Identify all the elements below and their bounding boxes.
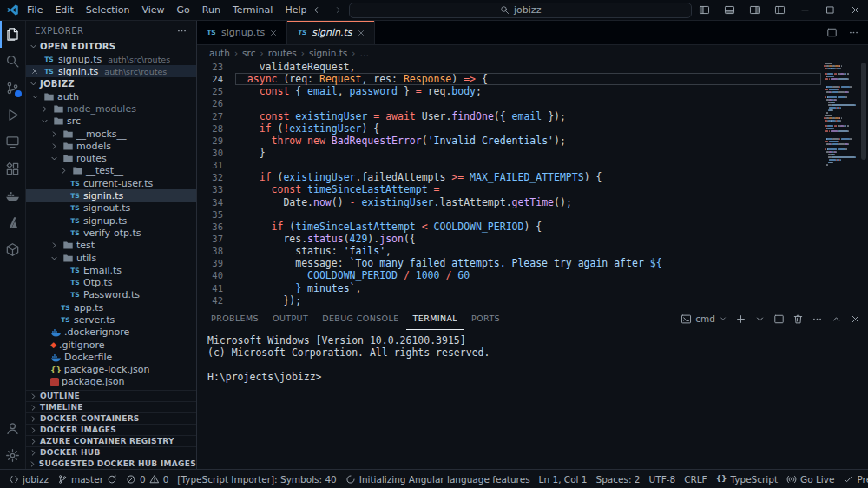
tree-item-package-json[interactable]: package.json xyxy=(26,376,196,388)
layout-sidebar-toggle-icon[interactable] xyxy=(692,0,717,20)
line-number[interactable]: 35 xyxy=(197,208,223,221)
terminal-shell-select[interactable]: cmd xyxy=(681,313,727,325)
line-number[interactable]: 33 xyxy=(197,183,223,195)
line-number[interactable]: 38 xyxy=(197,245,223,257)
breadcrumb-item-symbol[interactable]: … xyxy=(359,48,369,58)
split-editor-icon[interactable] xyxy=(826,27,838,38)
split-terminal-icon[interactable] xyxy=(773,313,785,325)
menu-selection[interactable]: Selection xyxy=(80,3,136,17)
activity-search-icon[interactable] xyxy=(0,48,25,75)
section-timeline[interactable]: TIMELINE xyxy=(26,401,196,412)
tree-item-test[interactable]: __test__ xyxy=(26,165,196,177)
tree-item-mocks[interactable]: __mocks__ xyxy=(26,128,196,140)
window-maximize-button[interactable] xyxy=(818,0,843,20)
activity-docker-icon[interactable] xyxy=(0,182,25,209)
status-go-live[interactable]: Go Live xyxy=(782,470,838,488)
line-number[interactable]: 26 xyxy=(197,97,223,109)
panel-tab-terminal[interactable]: TERMINAL xyxy=(406,307,465,330)
line-number[interactable]: 25 xyxy=(197,85,223,97)
activity-remote-explorer-icon[interactable] xyxy=(0,129,25,155)
line-number[interactable]: 41 xyxy=(197,282,223,294)
nav-back-icon[interactable] xyxy=(312,4,324,16)
project-header[interactable]: JOBIZZ xyxy=(26,77,196,90)
line-number[interactable]: 28 xyxy=(197,122,223,135)
section-docker-images[interactable]: DOCKER IMAGES xyxy=(26,424,196,435)
status-angular-init[interactable]: Initializing Angular language features xyxy=(341,470,535,488)
line-number[interactable]: 39 xyxy=(197,257,223,269)
tree-item-src[interactable]: src xyxy=(26,115,196,128)
layout-sidebar-right-toggle-icon[interactable] xyxy=(742,0,767,20)
editor-more-actions-icon[interactable] xyxy=(848,27,859,38)
menu-file[interactable]: File xyxy=(21,3,49,17)
line-number[interactable]: 24 xyxy=(197,73,223,85)
status-indentation[interactable]: Spaces: 2 xyxy=(592,470,645,488)
tab-signin-ts[interactable]: TSsignin.ts xyxy=(287,21,374,44)
menu-go[interactable]: Go xyxy=(171,3,196,17)
status-typescript-importer[interactable]: [TypeScript Importer]: Symbols: 40 xyxy=(173,470,340,488)
command-center-search[interactable]: jobizz xyxy=(349,3,692,18)
tree-item-utils[interactable]: utils xyxy=(26,252,196,264)
tree-item-package-lock-json[interactable]: {}package-lock.json xyxy=(26,364,196,376)
minimap[interactable] xyxy=(823,63,859,307)
tree-item-gitignore[interactable]: ◆.gitignore xyxy=(26,339,196,351)
code-line-39[interactable]: 39 message: `Too many failed attempts. P… xyxy=(197,257,821,269)
close-tab-icon[interactable] xyxy=(269,29,278,37)
menu-help[interactable]: Help xyxy=(279,3,312,17)
activity-explorer-icon[interactable] xyxy=(0,21,25,48)
line-number[interactable]: 27 xyxy=(197,110,223,122)
line-number[interactable]: 42 xyxy=(197,294,223,307)
panel-tab-ports[interactable]: PORTS xyxy=(464,307,507,330)
activity-run-and-debug-icon[interactable] xyxy=(0,102,25,129)
code-line-34[interactable]: 34 Date.now() - existingUser.lastAttempt… xyxy=(197,196,821,208)
status-eol[interactable]: CRLF xyxy=(680,470,712,488)
close-editor-icon[interactable] xyxy=(30,67,40,76)
status-git-branch[interactable]: master xyxy=(53,470,122,488)
code-line-33[interactable]: 33 const timeSinceLastAttempt = xyxy=(197,183,821,195)
scrollbar-thumb[interactable] xyxy=(861,63,866,160)
code-line-24[interactable]: 24 async (req: Request, res: Response) =… xyxy=(197,73,821,85)
menu-view[interactable]: View xyxy=(135,3,170,17)
code-line-28[interactable]: 28 if (!existingUser) { xyxy=(197,122,821,135)
menu-edit[interactable]: Edit xyxy=(49,3,79,17)
tree-item-models[interactable]: models xyxy=(26,140,196,152)
code-line-38[interactable]: 38 status: 'fails', xyxy=(197,245,821,257)
line-number[interactable]: 30 xyxy=(197,147,223,159)
code-line-29[interactable]: 29 throw new BadRequestError('Invalid Cr… xyxy=(197,135,821,147)
line-number[interactable]: 23 xyxy=(197,61,223,73)
code-line-27[interactable]: 27 const existingUser = await User.findO… xyxy=(197,110,821,122)
code-line-41[interactable]: 41 } minutes`, xyxy=(197,282,821,294)
section-azure-container-registry[interactable]: AZURE CONTAINER REGISTRY xyxy=(26,435,196,446)
code-line-26[interactable]: 26 xyxy=(197,97,821,109)
breadcrumb-item-auth[interactable]: auth xyxy=(209,48,230,58)
close-panel-icon[interactable] xyxy=(850,313,861,325)
layout-custom-toggle-icon[interactable] xyxy=(767,0,792,20)
layout-panel-toggle-icon[interactable] xyxy=(717,0,742,20)
activity-source-control-icon[interactable] xyxy=(0,75,25,102)
line-number[interactable]: 40 xyxy=(197,269,223,281)
tree-item-password-ts[interactable]: TSPassword.ts xyxy=(26,289,196,301)
tree-item-node-modules[interactable]: node_modules xyxy=(26,102,196,115)
status-remote[interactable]: jobizz xyxy=(4,470,53,488)
tree-item-signout-ts[interactable]: TSsignout.ts xyxy=(26,202,196,214)
code-line-32[interactable]: 32 if (existingUser.failedAttempts >= MA… xyxy=(197,171,821,183)
code-line-23[interactable]: 23 validateRequest, xyxy=(197,61,821,73)
status-problems[interactable]: 00 xyxy=(122,470,173,488)
menu-terminal[interactable]: Terminal xyxy=(227,3,279,17)
tree-item-test[interactable]: test xyxy=(26,240,196,252)
section-docker-hub[interactable]: DOCKER HUB xyxy=(26,446,196,458)
terminal-output[interactable]: Microsoft Windows [Version 10.0.26100.39… xyxy=(197,330,868,469)
tree-item-email-ts[interactable]: TSEmail.ts xyxy=(26,264,196,276)
code-line-37[interactable]: 37 res.status(429).json({ xyxy=(197,233,821,245)
status-prettier[interactable]: Prettier xyxy=(838,470,868,488)
new-terminal-icon[interactable] xyxy=(735,313,746,325)
panel-more-actions-icon[interactable] xyxy=(812,313,823,325)
breadcrumb-item-routes[interactable]: routes xyxy=(268,48,297,58)
code-line-31[interactable]: 31 xyxy=(197,159,821,171)
line-number[interactable]: 32 xyxy=(197,171,223,183)
panel-tab-debug-console[interactable]: DEBUG CONSOLE xyxy=(315,307,405,330)
section-suggested-docker-hub-images[interactable]: SUGGESTED DOCKER HUB IMAGES xyxy=(26,458,196,469)
window-minimize-button[interactable] xyxy=(792,0,818,20)
line-number[interactable]: 36 xyxy=(197,221,223,233)
tree-item-current-user-ts[interactable]: TScurrent-user.ts xyxy=(26,177,196,189)
breadcrumb-item-signin-ts[interactable]: signin.ts xyxy=(309,48,347,58)
